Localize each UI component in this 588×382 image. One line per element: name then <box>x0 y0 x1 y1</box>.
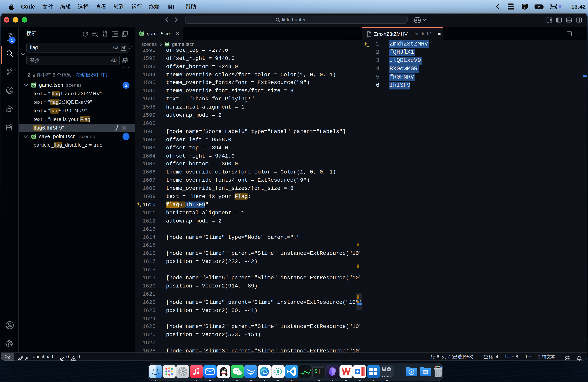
svg-text:ab: ab <box>126 58 128 60</box>
svg-text:c: c <box>115 128 116 130</box>
svg-text:ac: ac <box>123 60 126 63</box>
svg-text:b: b <box>117 126 118 128</box>
